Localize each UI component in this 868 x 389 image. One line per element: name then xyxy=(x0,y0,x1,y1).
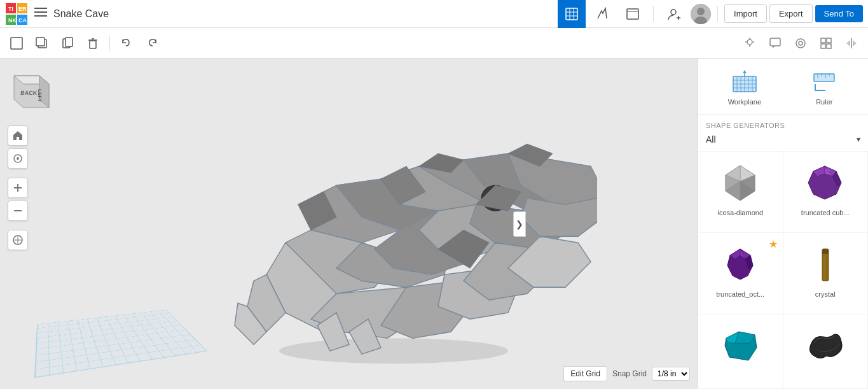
code-button[interactable] xyxy=(619,0,647,28)
shape-item-5[interactable] xyxy=(698,315,783,389)
send-to-button[interactable]: Send To xyxy=(815,5,863,22)
viewport[interactable]: BACK LEFT xyxy=(0,59,698,389)
shape6-icon xyxy=(803,324,848,369)
svg-rect-41 xyxy=(821,38,825,43)
shape-item-truncated-cube[interactable]: truncated cub... xyxy=(783,152,869,233)
cube-navigator[interactable]: BACK LEFT xyxy=(8,66,59,117)
truncated-cube-label: truncated cub... xyxy=(801,209,850,216)
svg-rect-29 xyxy=(90,41,96,48)
svg-text:LEFT: LEFT xyxy=(37,89,43,102)
view-3d-button[interactable] xyxy=(558,0,586,28)
ruler-button[interactable]: Ruler xyxy=(803,64,846,110)
avatar[interactable] xyxy=(691,4,711,24)
svg-text:TI: TI xyxy=(8,6,13,12)
toolbar-separator1 xyxy=(109,36,110,51)
svg-rect-9 xyxy=(34,11,47,13)
new-shape-button[interactable] xyxy=(5,32,28,55)
svg-rect-43 xyxy=(821,44,825,48)
bottom-controls: Edit Grid Snap Grid 1/8 in 1/4 in 1/2 in… xyxy=(563,366,690,381)
svg-marker-102 xyxy=(743,70,747,73)
light-button[interactable] xyxy=(738,32,761,55)
snap-grid-label: Snap Grid xyxy=(612,369,647,378)
delete-button[interactable] xyxy=(81,32,104,55)
ruler-label: Ruler xyxy=(816,98,832,106)
ruler-icon xyxy=(810,67,838,95)
redo-button[interactable] xyxy=(141,32,163,55)
svg-rect-44 xyxy=(827,44,831,48)
import-button[interactable]: Import xyxy=(724,4,767,23)
shape-item-icosa-diamond[interactable]: icosa-diamond xyxy=(698,152,783,233)
svg-marker-46 xyxy=(846,40,850,46)
panel-tools: Workplane Ruler xyxy=(698,59,868,115)
shape-generators-title: Shape Generators xyxy=(706,122,860,129)
svg-rect-24 xyxy=(11,38,22,49)
zoom-out-button[interactable] xyxy=(8,201,28,221)
icosa-diamond-label: icosa-diamond xyxy=(717,209,763,216)
svg-rect-8 xyxy=(34,8,47,9)
mirror-button[interactable] xyxy=(840,32,863,55)
collapse-panel-button[interactable]: ❯ xyxy=(513,211,526,237)
toolbar-right xyxy=(738,32,863,55)
add-user-button[interactable] xyxy=(660,0,688,28)
svg-rect-10 xyxy=(34,15,47,17)
svg-point-54 xyxy=(17,157,19,160)
right-panel: Workplane Ruler Shape Generators All xyxy=(698,59,868,389)
fit-view-button[interactable] xyxy=(8,148,28,169)
svg-rect-16 xyxy=(627,9,638,19)
svg-rect-11 xyxy=(566,8,577,20)
view-button[interactable] xyxy=(789,32,812,55)
truncated-oct-icon xyxy=(718,242,762,286)
svg-rect-26 xyxy=(36,38,45,46)
grid-button[interactable] xyxy=(815,32,837,55)
tinkercad-logo[interactable]: TI NK ER CA xyxy=(5,3,28,25)
shape-generators-dropdown[interactable]: All ▾ xyxy=(706,132,860,147)
crystal-icon xyxy=(803,242,848,286)
comment-button[interactable] xyxy=(764,32,787,55)
shape-item-truncated-oct[interactable]: ★ truncated_oct... xyxy=(698,233,783,315)
duplicate-button[interactable] xyxy=(31,32,53,55)
chevron-down-icon: ▾ xyxy=(857,135,860,144)
build-button[interactable] xyxy=(588,0,616,28)
svg-point-119 xyxy=(827,169,830,171)
svg-point-18 xyxy=(671,10,676,15)
star-badge: ★ xyxy=(769,238,778,250)
undo-button[interactable] xyxy=(115,32,138,55)
svg-rect-103 xyxy=(814,74,834,81)
shape-grid: icosa-diamond truncated cub... xyxy=(698,152,868,389)
svg-point-22 xyxy=(697,8,705,15)
truncated-cube-icon xyxy=(803,160,848,205)
svg-point-40 xyxy=(799,41,803,45)
export-button[interactable]: Export xyxy=(769,4,813,23)
main-content: BACK LEFT xyxy=(0,59,868,389)
svg-marker-47 xyxy=(853,40,857,46)
home-view-button[interactable] xyxy=(8,125,28,146)
svg-text:CA: CA xyxy=(18,17,27,24)
project-name: Snake Cave xyxy=(53,8,109,20)
edit-grid-button[interactable]: Edit Grid xyxy=(563,366,607,381)
workplane-label: Workplane xyxy=(728,98,761,106)
svg-point-39 xyxy=(796,39,805,48)
menu-icon[interactable] xyxy=(34,6,47,22)
header-separator2 xyxy=(717,6,718,22)
workplane-icon xyxy=(731,67,759,95)
svg-text:BACK: BACK xyxy=(20,90,38,96)
header-left: TI NK ER CA Snake Cave xyxy=(5,3,109,25)
header-right: Import Export Send To xyxy=(558,0,863,28)
toolbar xyxy=(0,28,868,59)
snap-grid-select[interactable]: 1/8 in 1/4 in 1/2 in 1 in xyxy=(652,367,690,381)
shape-item-crystal[interactable]: crystal xyxy=(783,233,869,315)
shape-item-6[interactable] xyxy=(783,315,869,389)
header: TI NK ER CA Snake Cave xyxy=(0,0,868,28)
svg-rect-126 xyxy=(822,249,829,254)
svg-rect-37 xyxy=(770,38,780,46)
copy-button[interactable] xyxy=(56,32,79,55)
workplane-button[interactable]: Workplane xyxy=(720,64,769,110)
grid-floor xyxy=(34,310,207,378)
shape-generators-value: All xyxy=(706,134,716,145)
header-separator xyxy=(653,6,654,22)
view-transform-button[interactable] xyxy=(8,230,28,250)
shape5-icon xyxy=(718,324,762,369)
crystal-label: crystal xyxy=(815,290,836,298)
truncated-oct-label: truncated_oct... xyxy=(716,290,764,298)
zoom-in-button[interactable] xyxy=(8,178,28,198)
